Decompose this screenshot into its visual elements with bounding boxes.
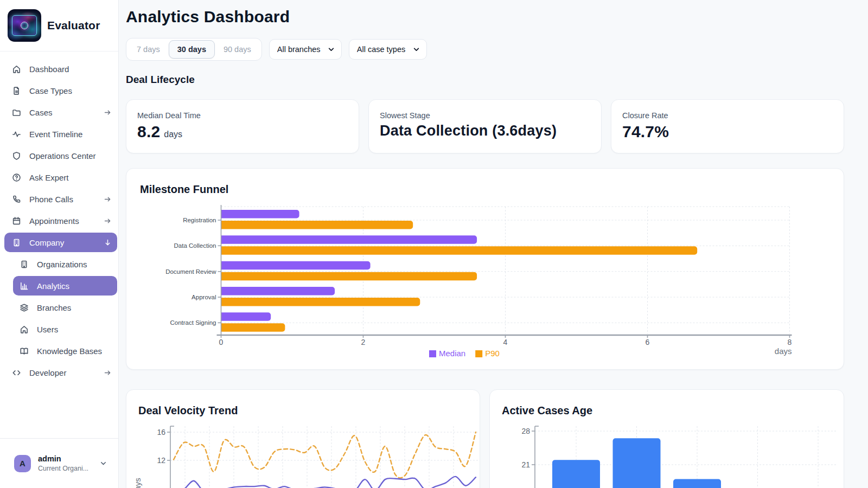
sidebar-item-ask-expert[interactable]: Ask Expert	[4, 168, 117, 187]
sidebar-item-label: Cases	[29, 108, 53, 117]
user-meta: admin Current Organi...	[38, 454, 88, 473]
stat-card-closure-rate: Closure Rate 74.7%	[611, 99, 844, 153]
sidebar-item-users[interactable]: Users	[13, 319, 117, 339]
sidebar-item-event-timeline[interactable]: Event Timeline	[4, 124, 117, 144]
sidebar-item-label: Event Timeline	[29, 130, 82, 139]
stat-value: 8.2	[137, 123, 160, 141]
chart-title: Active Cases Age	[502, 404, 844, 417]
deal-velocity-trend-chart: 1612days	[126, 417, 480, 488]
chart-title: Milestone Funnel	[140, 183, 844, 196]
sidebar-item-label: Analytics	[37, 281, 69, 291]
sidebar-item-dashboard[interactable]: Dashboard	[4, 59, 117, 79]
case-type-select[interactable]: All case types	[349, 39, 427, 60]
home-icon	[12, 65, 21, 74]
arrow-right-icon	[104, 195, 112, 203]
activity-icon	[12, 130, 21, 139]
svg-text:days: days	[133, 478, 142, 488]
svg-text:4: 4	[503, 338, 508, 346]
sidebar-item-appointments[interactable]: Appointments	[4, 211, 117, 230]
svg-text:Median: Median	[439, 349, 465, 358]
sidebar-item-organizations[interactable]: Organizations	[13, 254, 117, 274]
sidebar-item-label: Company	[29, 238, 64, 247]
user-menu[interactable]: A admin Current Organi...	[0, 438, 118, 488]
svg-text:0: 0	[219, 338, 224, 346]
stat-card-slowest-stage: Slowest Stage Data Collection (3.6days)	[368, 99, 602, 153]
branch-select[interactable]: All branches	[269, 39, 342, 60]
sidebar-item-operations-center[interactable]: Operations Center	[4, 146, 117, 165]
help-circle-icon	[12, 173, 21, 182]
folder-icon	[12, 108, 21, 117]
svg-text:16: 16	[157, 428, 165, 436]
svg-text:8: 8	[788, 338, 792, 346]
svg-text:Contract Signing: Contract Signing	[170, 319, 216, 326]
logo-core-icon	[21, 22, 28, 29]
building-icon	[12, 238, 21, 247]
svg-text:Registration: Registration	[183, 217, 216, 223]
building-icon	[20, 260, 29, 269]
bottom-charts-row: Deal Velocity Trend 1612days Active Case…	[126, 389, 844, 488]
sidebar-item-analytics[interactable]: Analytics	[13, 276, 117, 296]
stat-label: Median Deal Time	[137, 111, 348, 120]
branch-select-wrap: All branches	[269, 39, 342, 60]
sidebar-item-label: Branches	[37, 303, 71, 312]
svg-text:28: 28	[521, 427, 530, 435]
svg-text:21: 21	[521, 460, 530, 469]
arrow-right-icon	[104, 217, 112, 225]
sidebar-item-label: Appointments	[29, 216, 79, 226]
range-30-days-button[interactable]: 30 days	[169, 40, 215, 59]
svg-text:P90: P90	[485, 349, 500, 358]
sidebar-item-cases[interactable]: Cases	[4, 102, 117, 122]
user-organization: Current Organi...	[38, 464, 88, 473]
sidebar-item-case-types[interactable]: Case Types	[4, 81, 117, 100]
sidebar-item-label: Ask Expert	[29, 173, 69, 182]
arrow-down-icon	[104, 239, 112, 247]
svg-text:days: days	[775, 346, 792, 356]
section-title: Deal Lifecycle	[126, 74, 844, 86]
milestone-funnel-card: Milestone Funnel RegistrationData Collec…	[126, 168, 844, 370]
main-content: Analytics Dashboard 7 days 30 days 90 da…	[119, 0, 868, 488]
sidebar-item-label: Case Types	[29, 86, 72, 95]
stat-cards-row: Median Deal Time 8.2 days Slowest Stage …	[126, 99, 844, 153]
phone-icon	[12, 195, 21, 204]
stat-label: Closure Rate	[622, 111, 833, 120]
date-range-segmented-control: 7 days 30 days 90 days	[126, 38, 262, 61]
sidebar-item-label: Phone Calls	[29, 195, 73, 204]
sidebar-item-label: Knowledge Bases	[37, 346, 102, 356]
bar-chart-icon	[20, 281, 29, 291]
layers-icon	[20, 303, 29, 312]
milestone-funnel-chart: RegistrationData CollectionDocument Revi…	[126, 197, 844, 367]
chevron-down-icon[interactable]	[99, 459, 107, 467]
range-7-days-button[interactable]: 7 days	[128, 40, 169, 59]
sidebar-item-phone-calls[interactable]: Phone Calls	[4, 189, 117, 209]
active-cases-age-chart: 2821	[490, 417, 844, 488]
sidebar-item-developer[interactable]: Developer	[4, 363, 117, 382]
home-icon	[20, 325, 29, 334]
deal-velocity-trend-card: Deal Velocity Trend 1612days	[126, 389, 480, 488]
app-logo	[8, 9, 41, 42]
stat-card-median-deal-time: Median Deal Time 8.2 days	[126, 99, 359, 153]
active-cases-age-card: Active Cases Age 2821	[489, 389, 844, 488]
brand: Evaluator	[0, 0, 118, 52]
code-icon	[12, 368, 21, 377]
brand-name: Evaluator	[47, 19, 100, 32]
arrow-right-icon	[104, 108, 112, 117]
page-title: Analytics Dashboard	[126, 8, 844, 26]
sidebar-item-company[interactable]: Company	[4, 233, 117, 252]
stat-value: Data Collection (3.6days)	[380, 123, 557, 139]
svg-text:12: 12	[157, 456, 165, 465]
range-90-days-button[interactable]: 90 days	[215, 40, 260, 59]
shield-icon	[12, 151, 21, 160]
sidebar-item-label: Dashboard	[29, 65, 69, 74]
file-text-icon	[12, 86, 21, 95]
sidebar-item-label: Users	[37, 325, 58, 334]
sidebar-item-branches[interactable]: Branches	[13, 298, 117, 317]
book-open-icon	[20, 346, 29, 356]
svg-text:Document Review: Document Review	[165, 268, 216, 275]
chart-title: Deal Velocity Trend	[138, 404, 480, 417]
sidebar-item-label: Organizations	[37, 260, 87, 269]
sidebar-item-label: Developer	[29, 368, 66, 377]
sidebar-item-knowledge-bases[interactable]: Knowledge Bases	[13, 341, 117, 361]
svg-text:Approval: Approval	[192, 294, 216, 300]
sidebar-nav: Dashboard Case Types Cases Event Timelin…	[0, 52, 118, 438]
sidebar-item-label: Operations Center	[29, 151, 96, 160]
